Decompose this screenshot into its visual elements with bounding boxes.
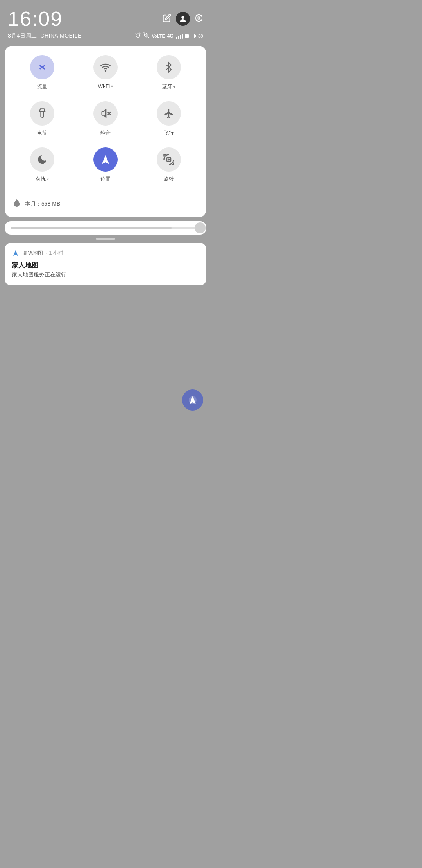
clock: 16:09 xyxy=(8,7,63,30)
date-carrier: 8月4日周二 CHINA MOBILE xyxy=(8,32,82,39)
edit-icon[interactable] xyxy=(163,14,171,24)
qs-location-label: 位置 xyxy=(100,176,111,183)
svg-rect-6 xyxy=(41,111,44,117)
status-bottom-icons: VoLTE 4G 39 xyxy=(135,32,203,39)
svg-point-0 xyxy=(181,16,184,19)
silent-icon xyxy=(143,32,150,39)
data-usage-text: 本月：558 MB xyxy=(25,201,60,208)
data-usage-row: 本月：558 MB xyxy=(13,192,198,210)
notification-header: 高德地图 · 1 小时 xyxy=(12,249,199,257)
wifi-chevron: ▾ xyxy=(111,84,113,88)
data-drop-icon xyxy=(13,199,21,210)
qs-bluetooth-icon xyxy=(157,55,181,79)
qs-rotate-icon xyxy=(157,147,181,172)
amap-icon xyxy=(12,249,20,257)
brightness-panel xyxy=(5,221,206,235)
battery-icon xyxy=(185,34,196,38)
qs-dnd-toggle[interactable]: 勿扰 ▾ xyxy=(13,147,72,183)
qs-silent-icon xyxy=(93,101,118,126)
qs-rotate-label: 旋转 xyxy=(164,176,174,183)
quick-settings-grid: 流量 Wi-Fi ▾ xyxy=(13,55,198,183)
qs-bluetooth-label: 蓝牙 ▾ xyxy=(162,83,175,90)
qs-flashlight-label: 电筒 xyxy=(37,129,47,136)
notification-title: 家人地图 xyxy=(12,261,199,270)
qs-rotate-toggle[interactable]: 旋转 xyxy=(139,147,198,183)
signal-bars xyxy=(176,33,183,39)
qs-wifi-toggle[interactable]: Wi-Fi ▾ xyxy=(76,55,135,90)
gear-icon[interactable] xyxy=(195,14,203,24)
qs-airplane-label: 飞行 xyxy=(164,129,174,136)
notification-app-name: 高德地图 xyxy=(23,249,43,256)
status-bottom-row: 8月4日周二 CHINA MOBILE VoLTE xyxy=(8,32,203,39)
brightness-handle[interactable] xyxy=(195,222,206,233)
swipe-handle xyxy=(0,238,211,240)
dnd-chevron: ▾ xyxy=(47,177,49,181)
bluetooth-chevron: ▾ xyxy=(173,85,175,89)
svg-point-5 xyxy=(105,70,106,71)
alarm-icon xyxy=(135,32,141,39)
qs-location-icon xyxy=(93,147,118,172)
qs-bluetooth-toggle[interactable]: 蓝牙 ▾ xyxy=(139,55,198,90)
brightness-fill xyxy=(11,227,172,229)
svg-point-11 xyxy=(168,159,170,161)
4g-icon: 4G xyxy=(167,33,173,39)
avatar[interactable] xyxy=(176,12,190,26)
floating-button[interactable] xyxy=(182,389,203,411)
notification-time: · 1 小时 xyxy=(46,249,63,256)
status-top-icons xyxy=(163,12,203,26)
volte-icon: VoLTE xyxy=(152,34,165,38)
qs-data-label: 流量 xyxy=(37,83,47,90)
qs-data-icon xyxy=(30,55,54,79)
battery-percent: 39 xyxy=(198,34,203,38)
brightness-slider[interactable] xyxy=(11,227,200,229)
qs-wifi-icon xyxy=(93,55,118,79)
qs-flashlight-icon xyxy=(30,101,54,126)
status-top-row: 16:09 xyxy=(8,7,203,30)
swipe-bar xyxy=(96,238,115,240)
qs-location-toggle[interactable]: 位置 xyxy=(76,147,135,183)
qs-airplane-icon xyxy=(157,101,181,126)
notification-card[interactable]: 高德地图 · 1 小时 家人地图 家人地图服务正在运行 xyxy=(5,243,206,285)
svg-point-1 xyxy=(198,17,200,19)
qs-wifi-label: Wi-Fi ▾ xyxy=(98,83,113,89)
qs-dnd-label: 勿扰 ▾ xyxy=(36,176,49,183)
qs-airplane-toggle[interactable]: 飞行 xyxy=(139,101,198,136)
qs-flashlight-toggle[interactable]: 电筒 xyxy=(13,101,72,136)
qs-data-toggle[interactable]: 流量 xyxy=(13,55,72,90)
svg-point-2 xyxy=(196,14,202,21)
qs-silent-toggle[interactable]: 静音 xyxy=(76,101,135,136)
quick-settings-panel: 流量 Wi-Fi ▾ xyxy=(5,46,206,217)
notification-body: 家人地图服务正在运行 xyxy=(12,271,199,278)
status-bar: 16:09 xyxy=(0,0,211,43)
qs-silent-label: 静音 xyxy=(100,129,111,136)
qs-dnd-icon xyxy=(30,147,54,172)
